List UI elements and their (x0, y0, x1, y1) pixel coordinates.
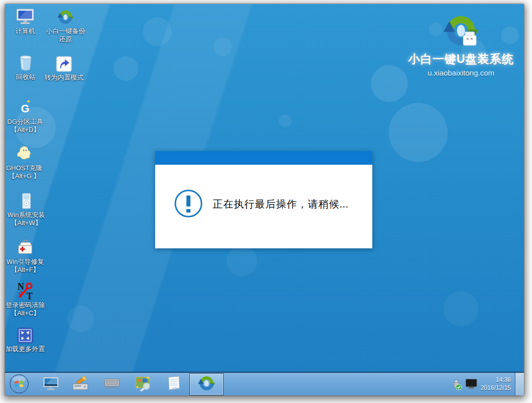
desktop: 计算机 小白一键备份 还原 回收站 转为内置模式 (5, 4, 524, 395)
nt-key-icon: N T (16, 283, 34, 300)
xiaobai-usb-logo-icon (442, 12, 480, 49)
taskbar-button-xiaobai-active[interactable] (189, 373, 224, 395)
desktop-icon-label: Win系统安装 【Alt+W】 (8, 211, 45, 227)
brand-logo: 小白一键U盘装系统 u.xiaobaixitong.com (405, 12, 517, 77)
recycle-bin-icon (18, 54, 34, 72)
desktop-icon-label: 登录密码清除 【Alt+C】 (6, 301, 45, 317)
busy-spinner-icon (221, 235, 231, 247)
brand-url: u.xiaobaixitong.com (405, 69, 517, 77)
desktop-icon-internal-mode[interactable]: 转为内置模式 (41, 55, 87, 82)
desktop-icon-diskgenius[interactable]: G DG分区工具 【Alt+D】 (5, 99, 48, 134)
shortcut-arrow-icon (56, 55, 72, 72)
desktop-icon-xiaobai-backup[interactable]: 小白一键备份 还原 (42, 9, 89, 43)
desktop-icon-label: 回收站 (16, 73, 36, 81)
notepad-icon (166, 375, 182, 394)
desktop-icon-label: 小白一键备份 还原 (46, 27, 85, 43)
desktop-icon-ghost[interactable]: GHOST克隆 【Alt+G 】 (5, 146, 47, 180)
diskgenius-icon: G (17, 99, 34, 116)
taskbar-button-capture-tool[interactable] (132, 374, 155, 394)
taskbar-button-disk-tool[interactable] (70, 374, 92, 394)
exclamation-icon (174, 189, 203, 220)
svg-text:N: N (18, 282, 24, 292)
dialog-message: 正在执行最后操作，请稍候... (213, 197, 349, 211)
win-setup-icon (18, 192, 35, 210)
expand-arrows-icon (17, 326, 33, 344)
desktop-icon-boot-repair[interactable]: Win引导修复 【Alt+F】 (5, 239, 48, 274)
disk-brush-icon (72, 375, 90, 394)
sync-backup-icon (57, 9, 74, 26)
dialog-body: 正在执行最后操作，请稍候... (155, 165, 372, 248)
desktop-icon-label: 加载更多外置 (6, 345, 45, 353)
desktop-icon-label: Win引导修复 【Alt+F】 (7, 258, 44, 274)
taskbar-button-memory-tool[interactable] (101, 374, 123, 394)
brand-title: 小白一键U盘装系统 (405, 51, 517, 67)
svg-text:G: G (21, 102, 30, 115)
desktop-icon-load-more[interactable]: 加载更多外置 (5, 326, 48, 353)
desktop-icon-label: GHOST克隆 【Alt+G 】 (6, 164, 42, 180)
tray-date: 2016/12/15 (474, 384, 511, 392)
taskbar: 14:36 2016/12/15 (5, 372, 524, 395)
tray-clock[interactable]: 14:36 2016/12/15 (474, 376, 511, 392)
tray-time: 14:36 (474, 376, 511, 384)
dialog-titlebar[interactable] (155, 151, 372, 165)
desktop-icon-label: DG分区工具 【Alt+D】 (7, 118, 43, 134)
show-desktop-button[interactable] (515, 373, 524, 395)
display-settings-icon (42, 375, 59, 394)
desktop-icon-label: 转为内置模式 (44, 74, 84, 82)
computer-icon (14, 9, 37, 26)
usb-drive (463, 32, 476, 45)
sync-backup-icon (197, 374, 216, 394)
desktop-icon-win-setup[interactable]: Win系统安装 【Alt+W】 (5, 192, 49, 227)
tray-usb-eject-icon[interactable] (450, 378, 462, 392)
capture-tool-icon (135, 375, 152, 393)
taskbar-button-notepad[interactable] (163, 374, 185, 394)
start-button[interactable] (9, 374, 29, 394)
first-aid-icon (16, 239, 35, 256)
progress-dialog: 正在执行最后操作，请稍候... (155, 151, 372, 248)
svg-text:T: T (27, 291, 33, 300)
taskbar-button-display-settings[interactable] (40, 374, 62, 394)
desktop-icon-password-clear[interactable]: N T 登录密码清除 【Alt+C】 (5, 283, 48, 317)
memory-chip-icon (103, 376, 121, 393)
ghost-icon (16, 146, 33, 163)
desktop-icon-label: 计算机 (16, 27, 35, 35)
